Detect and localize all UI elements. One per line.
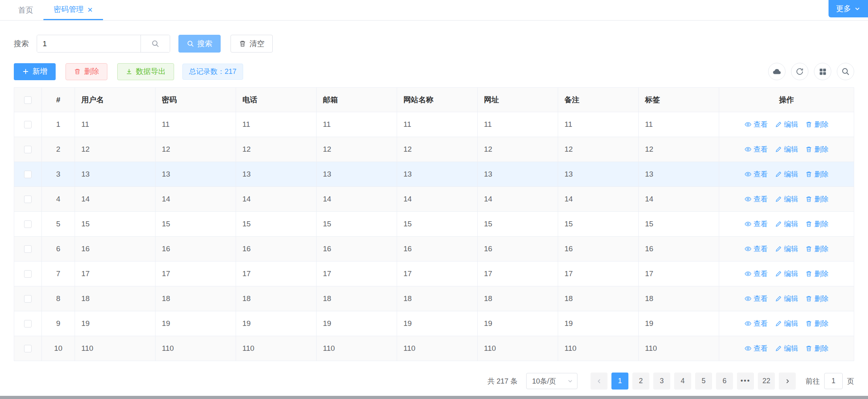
edit-action[interactable]: 编辑 bbox=[775, 219, 798, 229]
view-action[interactable]: 查看 bbox=[744, 294, 768, 303]
add-button[interactable]: 新增 bbox=[14, 63, 56, 80]
view-action[interactable]: 查看 bbox=[744, 319, 768, 328]
delete-action[interactable]: 删除 bbox=[805, 269, 829, 279]
table-cell: 110 bbox=[317, 336, 397, 361]
row-checkbox[interactable] bbox=[24, 245, 32, 253]
view-action[interactable]: 查看 bbox=[744, 219, 768, 229]
row-checkbox[interactable] bbox=[24, 295, 32, 303]
tab-home[interactable]: 首页 bbox=[8, 0, 43, 20]
view-action[interactable]: 查看 bbox=[744, 269, 768, 279]
main-content: 搜索 搜索 清空 新增 bbox=[0, 35, 868, 390]
tab-password-management[interactable]: 密码管理 ✕ bbox=[43, 0, 103, 20]
table-cell: 17 bbox=[317, 262, 397, 286]
delete-action[interactable]: 删除 bbox=[805, 194, 829, 204]
edit-action[interactable]: 编辑 bbox=[775, 269, 798, 279]
delete-action[interactable]: 删除 bbox=[805, 145, 829, 154]
edit-action[interactable]: 编辑 bbox=[775, 344, 798, 353]
delete-action[interactable]: 删除 bbox=[805, 294, 829, 303]
row-checkbox[interactable] bbox=[24, 196, 32, 203]
pagination-page-5[interactable]: 5 bbox=[695, 373, 712, 390]
edit-action[interactable]: 编辑 bbox=[775, 169, 798, 179]
next-page-button[interactable] bbox=[779, 373, 796, 390]
goto-page-input[interactable] bbox=[824, 373, 843, 389]
page-size-value: 10条/页 bbox=[532, 376, 556, 386]
prev-page-button[interactable] bbox=[591, 373, 607, 390]
view-action[interactable]: 查看 bbox=[744, 120, 768, 129]
edit-action[interactable]: 编辑 bbox=[775, 145, 798, 154]
clear-button-label: 清空 bbox=[249, 39, 264, 49]
clear-button[interactable]: 清空 bbox=[231, 35, 273, 53]
row-actions: 查看编辑删除 bbox=[719, 212, 854, 237]
view-action[interactable]: 查看 bbox=[744, 145, 768, 154]
table-cell: 17 bbox=[639, 262, 719, 286]
delete-action[interactable]: 删除 bbox=[805, 244, 829, 254]
table-cell: 16 bbox=[639, 237, 719, 262]
table-cell: 19 bbox=[397, 311, 478, 336]
row-checkbox[interactable] bbox=[24, 320, 32, 327]
search-icon bbox=[151, 40, 159, 48]
pagination-page-22[interactable]: 22 bbox=[758, 373, 775, 390]
table-cell: 19 bbox=[558, 311, 639, 336]
search-button[interactable]: 搜索 bbox=[178, 35, 221, 53]
refresh-button[interactable] bbox=[791, 63, 808, 80]
more-button[interactable]: 更多 bbox=[829, 0, 868, 17]
row-checkbox[interactable] bbox=[24, 146, 32, 153]
table-cell: 18 bbox=[317, 286, 397, 311]
pagination-page-2[interactable]: 2 bbox=[632, 373, 649, 390]
edit-action[interactable]: 编辑 bbox=[775, 194, 798, 204]
delete-action[interactable]: 删除 bbox=[805, 344, 829, 353]
table-cell: 19 bbox=[236, 311, 317, 336]
view-action[interactable]: 查看 bbox=[744, 244, 768, 254]
view-action[interactable]: 查看 bbox=[744, 344, 768, 353]
row-actions: 查看编辑删除 bbox=[719, 237, 854, 262]
table-cell: 18 bbox=[156, 286, 236, 311]
row-checkbox[interactable] bbox=[24, 121, 32, 128]
view-action[interactable]: 查看 bbox=[744, 194, 768, 204]
row-checkbox[interactable] bbox=[24, 220, 32, 228]
edit-action[interactable]: 编辑 bbox=[775, 294, 798, 303]
row-checkbox[interactable] bbox=[24, 171, 32, 178]
grid-icon bbox=[819, 68, 827, 76]
grid-view-button[interactable] bbox=[814, 63, 831, 80]
table-row: 71717171717171717查看编辑删除 bbox=[14, 262, 854, 286]
table-cell: 13 bbox=[156, 162, 236, 187]
close-icon[interactable]: ✕ bbox=[87, 7, 93, 13]
search-input[interactable] bbox=[37, 35, 141, 52]
pagination-more-button[interactable]: ••• bbox=[737, 373, 754, 390]
column-search-button[interactable] bbox=[837, 63, 854, 80]
search-input-addon[interactable] bbox=[141, 35, 170, 52]
table-cell: 13 bbox=[75, 162, 156, 187]
goto-label: 前往 bbox=[806, 376, 820, 386]
table-cell: 13 bbox=[639, 162, 719, 187]
goto-page-suffix: 页 bbox=[847, 376, 854, 386]
delete-action[interactable]: 删除 bbox=[805, 120, 829, 129]
cloud-download-icon bbox=[772, 67, 782, 76]
edit-action[interactable]: 编辑 bbox=[775, 319, 798, 328]
pagination-page-6[interactable]: 6 bbox=[716, 373, 733, 390]
pagination-page-4[interactable]: 4 bbox=[674, 373, 691, 390]
toolbar-right-icons bbox=[768, 63, 854, 80]
bottom-scrollbar[interactable] bbox=[0, 396, 868, 399]
delete-button[interactable]: 删除 bbox=[66, 63, 107, 80]
export-button[interactable]: 数据导出 bbox=[117, 63, 174, 80]
row-actions: 查看编辑删除 bbox=[719, 162, 854, 187]
edit-action[interactable]: 编辑 bbox=[775, 120, 798, 129]
table-cell: 11 bbox=[317, 112, 397, 137]
pagination-page-3[interactable]: 3 bbox=[653, 373, 670, 390]
delete-action[interactable]: 删除 bbox=[805, 169, 829, 179]
row-checkbox[interactable] bbox=[24, 270, 32, 278]
row-index: 8 bbox=[42, 286, 75, 311]
refresh-icon bbox=[795, 67, 804, 76]
trash-icon bbox=[239, 40, 246, 47]
table-cell: 11 bbox=[236, 112, 317, 137]
delete-action[interactable]: 删除 bbox=[805, 219, 829, 229]
row-checkbox-cell bbox=[14, 162, 42, 187]
pagination-page-1[interactable]: 1 bbox=[611, 373, 628, 390]
cloud-button[interactable] bbox=[768, 63, 786, 80]
edit-action[interactable]: 编辑 bbox=[775, 244, 798, 254]
row-checkbox[interactable] bbox=[24, 345, 32, 352]
view-action[interactable]: 查看 bbox=[744, 169, 768, 179]
page-size-select[interactable]: 10条/页 bbox=[526, 373, 577, 389]
delete-action[interactable]: 删除 bbox=[805, 319, 829, 328]
select-all-checkbox[interactable] bbox=[24, 96, 32, 104]
